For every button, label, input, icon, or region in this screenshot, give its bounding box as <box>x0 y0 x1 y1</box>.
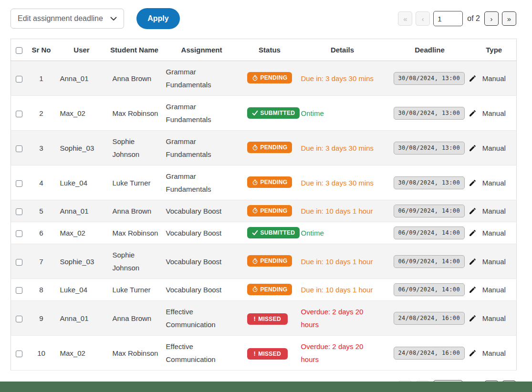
row-checkbox[interactable] <box>16 230 22 237</box>
deadline-value: 24/08/2024, 16:00 <box>394 347 465 360</box>
status-icon-slot <box>252 207 258 214</box>
deadline-value: 24/08/2024, 16:00 <box>394 312 465 325</box>
table-row: 3 Sophie_03 Sophie Johnson Grammar Funda… <box>11 131 517 165</box>
type-cell: Manual <box>472 244 517 279</box>
stopwatch-icon <box>252 144 258 151</box>
details-cell: Due in: 3 days 30 mins <box>297 131 388 165</box>
user-cell: Anna_01 <box>56 61 108 96</box>
status-label: PENDING <box>261 179 288 186</box>
edit-deadline-button[interactable] <box>469 109 477 117</box>
edit-deadline-button[interactable] <box>469 286 477 294</box>
status-icon-slot <box>252 144 258 151</box>
row-checkbox[interactable] <box>16 259 22 266</box>
pencil-edit-icon <box>469 229 477 237</box>
type-cell: Manual <box>472 336 517 371</box>
row-checkbox[interactable] <box>16 145 22 152</box>
deadline-value: 06/09/2024, 14:00 <box>394 205 465 217</box>
deadline-value: 30/08/2024, 13:00 <box>394 72 465 85</box>
student-name-cell: Sophie Johnson <box>108 244 161 279</box>
assignment-cell: Vocabulary Boost <box>161 200 242 222</box>
pencil-edit-icon <box>469 314 477 322</box>
top-pagination: « ‹ of 2 › » <box>398 11 516 26</box>
pencil-edit-icon <box>469 179 477 187</box>
pencil-edit-icon <box>469 144 477 152</box>
select-all-checkbox[interactable] <box>16 47 22 54</box>
deadline-value: 06/09/2024, 14:00 <box>394 255 465 268</box>
row-checkbox[interactable] <box>16 316 22 322</box>
details-cell: Due in: 10 days 1 hour <box>297 279 388 301</box>
bulk-action-select[interactable]: Edit assignment deadline <box>10 9 124 29</box>
student-name-cell: Luke Turner <box>108 279 161 301</box>
details-cell: Due in: 3 days 30 mins <box>297 61 388 96</box>
sr-no-cell: 10 <box>27 336 56 371</box>
row-checkbox[interactable] <box>16 180 22 187</box>
status-label: PENDING <box>261 207 288 214</box>
toolbar: Edit assignment deadline Apply « ‹ of 2 … <box>10 8 516 29</box>
edit-deadline-button[interactable] <box>469 207 477 215</box>
assignment-cell: Grammar Fundamentals <box>161 165 242 200</box>
assignments-table: Sr No User Student Name Assignment Statu… <box>10 39 517 371</box>
assignment-cell: Vocabulary Boost <box>161 244 242 279</box>
row-checkbox[interactable] <box>16 208 22 215</box>
edit-deadline-button[interactable] <box>469 144 477 152</box>
type-cell: Manual <box>472 200 517 222</box>
edit-deadline-button[interactable] <box>469 74 477 83</box>
table-row: 4 Luke_04 Luke Turner Grammar Fundamenta… <box>11 165 517 200</box>
exclamation-icon: ! <box>254 351 256 357</box>
status-label: MISSED <box>258 351 281 357</box>
edit-deadline-button[interactable] <box>469 229 477 237</box>
table-row: 1 Anna_01 Anna Brown Grammar Fundamental… <box>11 61 517 96</box>
pencil-edit-icon <box>469 258 477 266</box>
deadline-value: 06/09/2024, 14:00 <box>394 227 465 239</box>
status-badge: PENDING <box>247 284 292 295</box>
row-checkbox[interactable] <box>16 76 22 83</box>
apply-button[interactable]: Apply <box>136 8 180 29</box>
edit-deadline-button[interactable] <box>469 179 477 187</box>
status-icon-slot <box>252 258 258 264</box>
first-page-button[interactable]: « <box>398 11 412 26</box>
status-label: PENDING <box>261 144 288 151</box>
sr-no-cell: 9 <box>27 301 56 336</box>
pencil-edit-icon <box>469 286 477 294</box>
edit-deadline-button[interactable] <box>469 349 477 357</box>
assignment-cell: Grammar Fundamentals <box>161 96 242 131</box>
sr-no-cell: 5 <box>27 200 56 222</box>
edit-deadline-button[interactable] <box>469 258 477 266</box>
row-checkbox[interactable] <box>16 351 22 357</box>
type-cell: Manual <box>472 96 517 131</box>
pencil-edit-icon <box>469 207 477 215</box>
chevron-down-icon <box>110 17 117 21</box>
header-sr-no: Sr No <box>27 39 56 61</box>
status-badge: PENDING <box>247 72 292 83</box>
status-badge: PENDING <box>247 255 292 267</box>
edit-deadline-button[interactable] <box>469 314 477 322</box>
prev-page-button[interactable]: ‹ <box>416 11 430 26</box>
details-cell: Due in: 3 days 30 mins <box>297 165 388 200</box>
pencil-edit-icon <box>469 349 477 357</box>
user-cell: Sophie_03 <box>56 131 108 165</box>
header-type: Type <box>472 39 517 61</box>
status-label: SUBMITTED <box>261 110 295 116</box>
table-row: 8 Luke_04 Luke Turner Vocabulary Boost P… <box>11 279 517 301</box>
student-name-cell: Anna Brown <box>108 200 161 222</box>
assignment-cell: Vocabulary Boost <box>161 279 242 301</box>
stopwatch-icon <box>252 286 258 292</box>
user-cell: Anna_01 <box>56 200 108 222</box>
table-row: 6 Max_02 Max Robinson Vocabulary Boost S… <box>11 222 517 244</box>
status-label: PENDING <box>261 258 288 264</box>
status-label: SUBMITTED <box>261 229 295 236</box>
deadline-value: 30/08/2024, 13:00 <box>394 142 465 155</box>
status-badge: PENDING <box>247 176 292 188</box>
status-badge: ! MISSED <box>247 348 288 360</box>
next-page-button[interactable]: › <box>484 11 499 26</box>
page-number-input[interactable] <box>433 11 463 26</box>
assignment-cell: Grammar Fundamentals <box>161 131 242 165</box>
user-cell: Max_02 <box>56 336 108 371</box>
assignment-cell: Effective Communication <box>161 301 242 336</box>
last-page-button[interactable]: » <box>502 11 516 26</box>
user-cell: Max_02 <box>56 96 108 131</box>
header-student-name: Student Name <box>108 39 161 61</box>
row-checkbox[interactable] <box>16 287 22 294</box>
row-checkbox[interactable] <box>16 111 22 117</box>
details-cell: Overdue: 2 days 20 hours <box>297 301 388 336</box>
